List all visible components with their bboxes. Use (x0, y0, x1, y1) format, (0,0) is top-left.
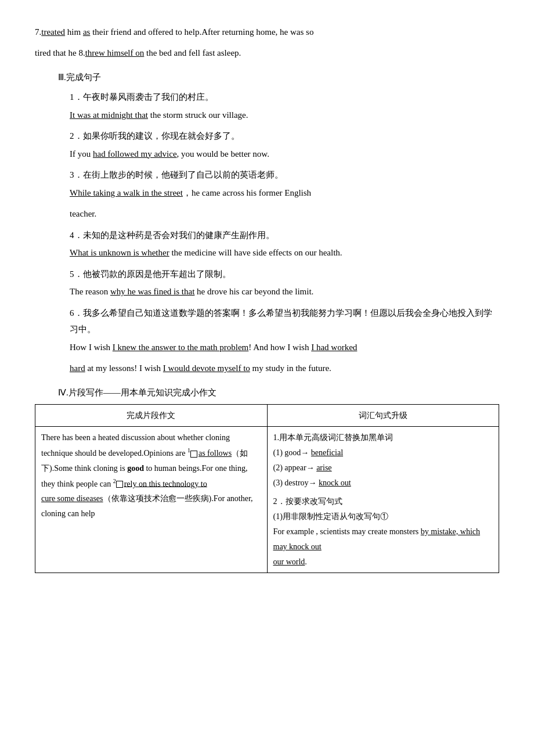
item5-en: The reason why he was fined is that he d… (70, 283, 499, 300)
item6-hard: hard (70, 363, 85, 373)
item5-en-rest: he drove his car beyond the limit. (194, 287, 313, 296)
our-world-underline: our world (273, 557, 305, 566)
checkbox2 (116, 481, 123, 488)
item3-en-underline: While taking a walk in the street (70, 188, 183, 197)
arise: arise (316, 463, 331, 472)
item-number: 7. (35, 27, 41, 37)
as-underline: as (83, 27, 91, 37)
writing-table: 完成片段作文 词汇句式升级 There has been a heated di… (35, 404, 499, 574)
col1-body: There has been a heated discussion about… (35, 427, 268, 573)
item1-en-underline: It was at midnight that (70, 110, 148, 120)
col2-header: 词汇句式升级 (267, 404, 499, 427)
line2-start: tired that he 8. (35, 48, 85, 57)
col2-s1: 1.用本单元高级词汇替换加黑单词 (273, 430, 493, 445)
line2-end: the bed and fell fast asleep. (144, 48, 241, 57)
by-mistake-underline: by mistake, which may knock out (273, 527, 481, 551)
item2-en: If you had followed my advice, you would… (70, 146, 499, 163)
item2-en-rest: , you would be better now. (177, 149, 269, 159)
col2-body: 1.用本单元高级词汇替换加黑单词 (1) good→ beneficial (2… (267, 427, 499, 573)
item5-en-pre: The reason (70, 287, 110, 296)
item6-mid2: at my lessons! I wish (85, 363, 163, 373)
item6-cn: 6．我多么希望自己知道这道数学题的答案啊！多么希望当初我能努力学习啊！但愿以后我… (70, 305, 499, 338)
item3-cn: 3．在街上散步的时候，他碰到了自己以前的英语老师。 (70, 167, 499, 183)
top-paragraph-line2: tired that he 8.threw himself on the bed… (35, 44, 499, 62)
item3-en-mid: ，he came across his former English (183, 188, 311, 197)
as-follows: as follows (199, 449, 232, 458)
checkbox1 (190, 451, 197, 458)
col2-example: For example , scientists may create mons… (273, 524, 493, 555)
threw-underline: threw himself on (85, 48, 145, 57)
table-row-main: There has been a heated discussion about… (35, 427, 499, 573)
item5-cn: 5．他被罚款的原因是他开车超出了限制。 (70, 266, 499, 283)
item6-underline1: I knew the answer to the math problem (113, 343, 249, 352)
item6-underline2: I had worked (311, 343, 357, 352)
treated-underline: treated (41, 27, 65, 37)
col2-s2: 2．按要求改写句式 (273, 494, 493, 509)
item4-en-rest: the medicine will have side effects on o… (169, 248, 342, 257)
item6-end: my study in the future. (250, 363, 331, 373)
beneficial: beneficial (311, 448, 343, 457)
rely-underline: rely on this technology to (124, 479, 207, 488)
knock-out: knock out (319, 478, 351, 487)
item3-en-line2: teacher. (70, 206, 499, 222)
item1-en: It was at midnight that the storm struck… (70, 107, 499, 124)
item6-underline3: I would devote myself to (163, 363, 250, 373)
col1-header: 完成片段作文 (35, 404, 268, 427)
item2-en-underline: had followed my advice (93, 149, 177, 159)
col2-item1: (1) good→ beneficial (273, 445, 493, 460)
item1-en-rest: the storm struck our village. (148, 110, 248, 120)
section4-title: Ⅳ.片段写作——用本单元知识完成小作文 (58, 387, 499, 398)
item5-en-underline: why he was fined is that (110, 287, 194, 296)
item3-en-line1: While taking a walk in the street，he cam… (70, 185, 499, 201)
cure-underline: cure some diseases (41, 494, 103, 503)
item2-cn: 2．如果你听我的建议，你现在就会好多了。 (70, 128, 499, 145)
as-text: him (65, 27, 83, 37)
good-bold: good (127, 464, 144, 473)
section3-title: Ⅲ.完成句子 (58, 72, 499, 83)
item2-en-pre: If you (70, 149, 93, 159)
item6-en-line1: How I wish I knew the answer to the math… (70, 339, 499, 356)
item6-en-line2: hard at my lessons! I wish I would devot… (70, 360, 499, 377)
item1-cn: 1．午夜时暴风雨袭击了我们的村庄。 (70, 89, 499, 106)
item4-cn: 4．未知的是这种药是否会对我们的健康产生副作用。 (70, 227, 499, 244)
col2-item2: (2) appear→ arise (273, 460, 493, 476)
item4-en-underline: What is unknown is whether (70, 248, 169, 257)
item4-en: What is unknown is whether the medicine … (70, 244, 499, 261)
col2-item3: (3) destroy→ knock out (273, 476, 493, 491)
line1-cont: their friend and offered to help.After r… (90, 27, 313, 37)
item6-how: How I wish (70, 343, 113, 352)
item3-en-rest: teacher. (70, 209, 96, 218)
top-paragraph: 7.treated him as their friend and offere… (35, 23, 499, 41)
col2-example-end: our world. (273, 555, 493, 570)
item6-mid1: ! And how I wish (248, 343, 311, 352)
col2-s2-sub: (1)用非限制性定语从句改写句① (273, 509, 493, 524)
